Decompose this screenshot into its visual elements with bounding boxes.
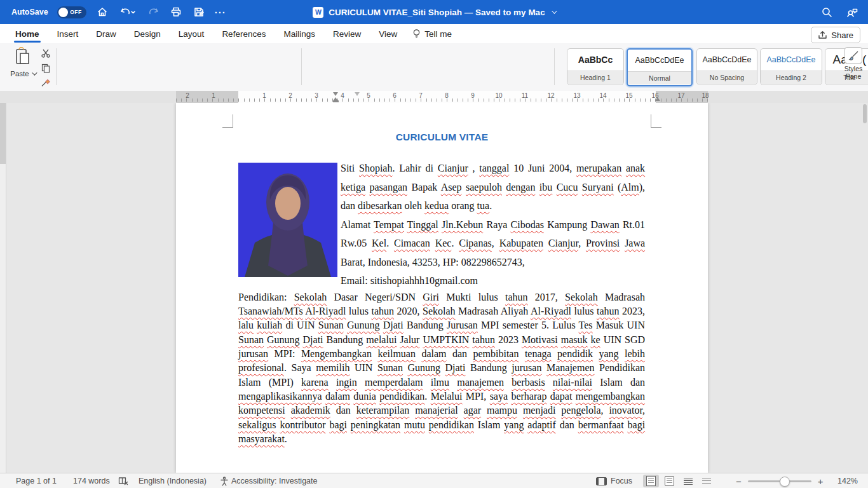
paragraph-education: Pendidikan: Sekolah Dasar Negeri/SDN Gir… <box>238 290 645 447</box>
cut-button[interactable] <box>39 48 52 58</box>
first-line-indent-marker[interactable] <box>333 92 338 96</box>
title-chevron-icon[interactable] <box>552 8 557 13</box>
tab-mailings[interactable]: Mailings <box>275 24 324 43</box>
web-layout-view-button[interactable] <box>661 475 677 487</box>
horizontal-ruler[interactable]: 2 1 1 2 3 4 5 6 7 8 9 10 11 12 13 14 15 … <box>0 91 868 104</box>
autosave-toggle[interactable]: OFF <box>57 6 86 18</box>
autosave-state: OFF <box>70 9 82 15</box>
style-heading-2[interactable]: AaBbCcDdEe Heading 2 <box>760 48 822 85</box>
accessibility-status[interactable]: Accessibility: Investigate <box>231 473 317 488</box>
focus-icon <box>596 477 607 485</box>
spellcheck-status-icon[interactable] <box>118 473 128 488</box>
tab-references[interactable]: References <box>213 24 275 43</box>
accessibility-icon <box>220 473 229 488</box>
draft-view-button[interactable] <box>698 475 714 487</box>
document-area[interactable]: CURICULUM VITAE Siti Shopiah. Lahir di C… <box>0 103 868 473</box>
vertical-ruler[interactable] <box>0 103 6 473</box>
text-boundary-corner-right <box>651 114 661 128</box>
copy-button[interactable] <box>39 63 52 73</box>
undo-icon[interactable] <box>118 5 137 19</box>
title-bar: AutoSave OFF ··· W CURICUL <box>0 0 868 24</box>
right-indent-marker[interactable] <box>655 97 660 101</box>
profile-photo[interactable] <box>238 163 337 277</box>
more-commands-icon[interactable]: ··· <box>215 7 226 18</box>
style-normal[interactable]: AaBbCcDdEe Normal <box>627 48 693 86</box>
zoom-level[interactable]: 142% <box>837 473 858 488</box>
focus-button[interactable]: Focus <box>596 473 632 488</box>
tab-layout[interactable]: Layout <box>170 24 214 43</box>
save-icon[interactable] <box>192 5 206 19</box>
status-bar: Page 1 of 1 174 words English (Indonesia… <box>0 473 868 488</box>
document-heading: CURICULUM VITAE <box>176 132 708 143</box>
document-title: CURICULUM VITAE_Siti Shopiah — Saved to … <box>329 8 545 17</box>
share-button[interactable]: Share <box>811 27 860 43</box>
tab-home[interactable]: Home <box>6 24 48 43</box>
tell-me-button[interactable]: Tell me <box>406 29 458 39</box>
autosave-label: AutoSave <box>11 8 48 17</box>
document-content[interactable]: Siti Shopiah. Lahir di Cianjur , tanggal… <box>238 159 645 446</box>
word-window: AutoSave OFF ··· W CURICUL <box>0 0 868 488</box>
home-icon[interactable] <box>95 5 109 19</box>
tab-insert[interactable]: Insert <box>48 24 88 43</box>
paste-button[interactable]: Paste <box>9 47 37 78</box>
clipboard-icon <box>15 47 31 66</box>
print-icon[interactable] <box>169 5 183 19</box>
zoom-slider[interactable] <box>748 480 811 482</box>
zoom-in-button[interactable]: + <box>818 476 824 487</box>
outline-view-button[interactable] <box>680 475 696 487</box>
search-icon[interactable] <box>820 5 834 19</box>
styles-brush-icon <box>848 50 859 60</box>
redo-icon <box>146 5 160 19</box>
print-layout-view-button[interactable] <box>643 475 659 487</box>
paste-chevron-icon[interactable] <box>32 70 37 75</box>
tab-review[interactable]: Review <box>324 24 370 43</box>
cursor-position-marker <box>355 92 360 96</box>
text-boundary-corner-left <box>222 114 233 128</box>
left-indent-marker[interactable] <box>333 100 339 102</box>
tab-draw[interactable]: Draw <box>87 24 125 43</box>
word-count[interactable]: 174 words <box>73 473 110 488</box>
lightbulb-icon <box>412 29 421 39</box>
style-heading-1[interactable]: AaBbCc Heading 1 <box>567 48 624 85</box>
page-count[interactable]: Page 1 of 1 <box>16 473 57 488</box>
vertical-scrollbar[interactable] <box>863 104 867 123</box>
styles-pane-button[interactable]: Styles Pane <box>841 47 866 80</box>
contacts-icon[interactable] <box>845 5 859 19</box>
share-icon <box>818 30 827 39</box>
ribbon: Paste Times New... 12 Aˆ Aˇ Aa A◆ abcA A <box>0 43 868 92</box>
style-no-spacing[interactable]: AaBbCcDdEe No Spacing <box>696 48 757 85</box>
zoom-slider-knob[interactable] <box>780 477 790 487</box>
tab-view[interactable]: View <box>370 24 406 43</box>
autosave-toggle-knob <box>58 8 68 17</box>
language-status[interactable]: English (Indonesia) <box>139 473 207 488</box>
tab-design[interactable]: Design <box>125 24 170 43</box>
word-app-icon: W <box>313 7 323 18</box>
ribbon-tab-bar: Home Insert Draw Design Layout Reference… <box>0 24 868 43</box>
document-page[interactable]: CURICULUM VITAE Siti Shopiah. Lahir di C… <box>176 103 708 473</box>
zoom-out-button[interactable]: − <box>736 476 742 487</box>
format-painter-button[interactable] <box>39 78 52 88</box>
